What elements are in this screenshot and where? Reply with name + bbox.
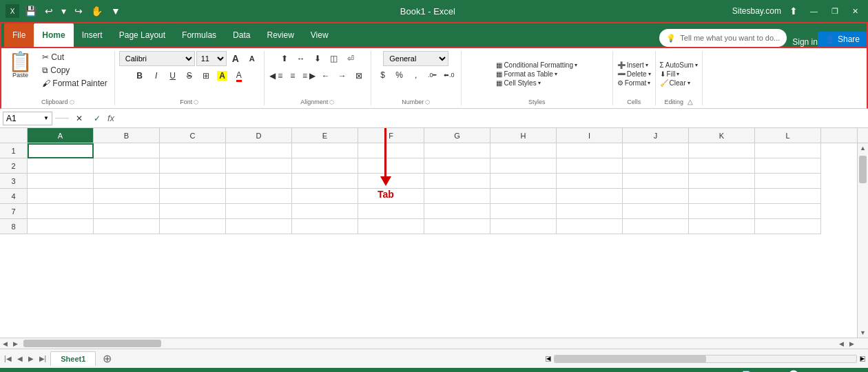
cell-f4[interactable]: [358, 189, 424, 204]
close-button[interactable]: ✕: [848, 6, 862, 17]
sheet-scroll-thumb[interactable]: [555, 355, 706, 362]
cell-f8[interactable]: [358, 219, 424, 234]
sheet-horizontal-scrollbar[interactable]: [554, 355, 857, 363]
cell-l3[interactable]: [755, 174, 821, 189]
align-middle-button[interactable]: ↔: [293, 51, 309, 66]
format-as-table-dropdown-icon[interactable]: ▾: [555, 71, 557, 77]
customize-qat-icon[interactable]: ▼: [108, 6, 123, 17]
confirm-formula-button[interactable]: ✓: [90, 111, 105, 126]
indent-decrease-button[interactable]: ←: [318, 68, 333, 83]
orientation-button[interactable]: ◫: [327, 51, 342, 66]
col-header-k[interactable]: K: [689, 128, 755, 143]
cell-j1[interactable]: [623, 143, 689, 158]
cond-format-dropdown-icon[interactable]: ▾: [575, 62, 577, 68]
name-box-dropdown-icon[interactable]: ▼: [43, 115, 49, 121]
fill-color-button[interactable]: A: [215, 68, 230, 83]
strikethrough-button[interactable]: S: [182, 68, 197, 83]
delete-cells-button[interactable]: ➖ Delete ▾: [617, 70, 651, 78]
undo-icon[interactable]: ↩: [42, 6, 56, 17]
cell-k2[interactable]: [689, 158, 755, 174]
cell-j4[interactable]: [623, 189, 689, 204]
cell-k7[interactable]: [689, 204, 755, 219]
cell-f2[interactable]: [358, 158, 424, 174]
cell-i7[interactable]: [557, 204, 623, 219]
col-header-d[interactable]: D: [226, 128, 292, 143]
cell-f1[interactable]: [358, 143, 424, 158]
cell-styles-dropdown-icon[interactable]: ▾: [538, 80, 541, 86]
cell-l1[interactable]: [755, 143, 821, 158]
bold-button[interactable]: B: [132, 68, 147, 83]
row-header-1[interactable]: 1: [0, 143, 28, 158]
cell-d2[interactable]: [226, 158, 292, 174]
conditional-formatting-button[interactable]: ▦ Conditional Formatting ▾: [496, 61, 577, 69]
sheet-nav-prev[interactable]: ◀: [16, 355, 24, 362]
col-header-b[interactable]: B: [94, 128, 160, 143]
indent-increase-button[interactable]: →: [335, 68, 350, 83]
touch-icon[interactable]: ✋: [88, 6, 105, 17]
cell-i8[interactable]: [557, 219, 623, 234]
row-header-7[interactable]: 7: [0, 204, 28, 219]
font-shrink-button[interactable]: A: [245, 51, 260, 66]
fill-button[interactable]: ⬇ Fill ▾: [660, 70, 698, 78]
cell-i4[interactable]: [557, 189, 623, 204]
cell-h2[interactable]: [490, 158, 557, 174]
col-header-j[interactable]: J: [623, 128, 689, 143]
col-header-g[interactable]: G: [424, 128, 490, 143]
wrap-text-button[interactable]: ⏎: [343, 51, 358, 66]
cell-e2[interactable]: [292, 158, 358, 174]
format-cells-button[interactable]: ⚙ Format ▾: [617, 79, 651, 87]
vertical-scrollbar[interactable]: ▲ ▼: [857, 143, 868, 338]
undo-dropdown-icon[interactable]: ▾: [59, 6, 69, 17]
editing-collapse-icon[interactable]: △: [688, 98, 693, 105]
align-top-button[interactable]: ⬆: [277, 51, 292, 66]
number-format-select[interactable]: General: [383, 51, 448, 66]
insert-cells-button[interactable]: ➕ Insert ▾: [617, 61, 651, 69]
cell-d8[interactable]: [226, 219, 292, 234]
cell-j8[interactable]: [623, 219, 689, 234]
tab-view[interactable]: View: [302, 23, 337, 47]
row-header-4[interactable]: 4: [0, 189, 28, 204]
clear-button[interactable]: 🧹 Clear ▾: [660, 79, 698, 87]
minimize-button[interactable]: —: [806, 6, 822, 17]
cell-a2[interactable]: [28, 158, 94, 174]
cell-f3[interactable]: [358, 174, 424, 189]
cell-c4[interactable]: [160, 189, 226, 204]
sheet-scroll-right[interactable]: ▶: [860, 356, 865, 362]
scroll-track[interactable]: [858, 153, 868, 328]
cancel-formula-button[interactable]: ✕: [72, 111, 87, 126]
alignment-expand-icon[interactable]: ⬡: [329, 99, 334, 105]
align-bottom-button[interactable]: ⬇: [310, 51, 325, 66]
cell-e8[interactable]: [292, 219, 358, 234]
tab-formulas[interactable]: Formulas: [174, 23, 225, 47]
italic-button[interactable]: I: [149, 68, 164, 83]
cell-j7[interactable]: [623, 204, 689, 219]
redo-icon[interactable]: ↪: [72, 6, 85, 17]
scroll-right-button[interactable]: ▶: [10, 338, 21, 349]
cell-j2[interactable]: [623, 158, 689, 174]
cell-h3[interactable]: [490, 174, 557, 189]
format-dropdown-icon[interactable]: ▾: [648, 80, 650, 86]
cell-d4[interactable]: [226, 189, 292, 204]
cell-l2[interactable]: [755, 158, 821, 174]
cell-a4[interactable]: [28, 189, 94, 204]
cell-g8[interactable]: [424, 219, 490, 234]
cell-i3[interactable]: [557, 174, 623, 189]
align-center-button[interactable]: ≡: [285, 68, 300, 83]
cell-c3[interactable]: [160, 174, 226, 189]
cell-e4[interactable]: [292, 189, 358, 204]
tab-file[interactable]: File: [4, 23, 34, 47]
font-grow-button[interactable]: A: [228, 51, 243, 66]
save-icon[interactable]: 💾: [22, 6, 39, 17]
cell-k4[interactable]: [689, 189, 755, 204]
scroll-up-button[interactable]: ▲: [858, 143, 868, 153]
cell-l8[interactable]: [755, 219, 821, 234]
cut-button[interactable]: ✂ Cut: [39, 51, 110, 63]
format-as-table-button[interactable]: ▦ Format as Table ▾: [496, 70, 577, 78]
sheet-tab-sheet1[interactable]: Sheet1: [50, 351, 96, 366]
col-header-l[interactable]: L: [755, 128, 821, 143]
merge-center-button[interactable]: ⊠: [351, 68, 366, 83]
cell-b2[interactable]: [94, 158, 160, 174]
percent-button[interactable]: %: [392, 68, 407, 83]
cell-i2[interactable]: [557, 158, 623, 174]
scroll-down-button[interactable]: ▼: [858, 328, 868, 338]
